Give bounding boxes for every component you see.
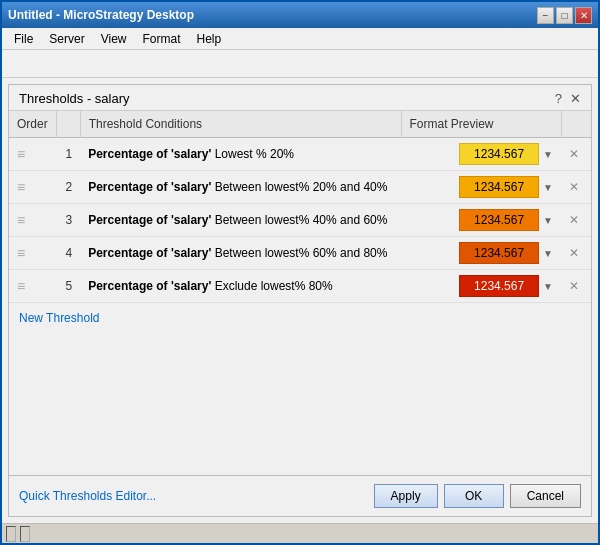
threshold-table-body: ≡1Percentage of 'salary' Lowest % 20%123… bbox=[9, 138, 591, 303]
menu-file[interactable]: File bbox=[6, 30, 41, 47]
row-drag-handle[interactable]: ≡ bbox=[9, 204, 56, 237]
table-header-row: Order Threshold Conditions Format Previe… bbox=[9, 111, 591, 138]
table-row[interactable]: ≡1Percentage of 'salary' Lowest % 20%123… bbox=[9, 138, 591, 171]
col-header-condition: Threshold Conditions bbox=[80, 111, 401, 138]
format-preview-box[interactable]: 1234.567 bbox=[459, 275, 539, 297]
window-close-button[interactable]: ✕ bbox=[575, 7, 592, 24]
main-content: Thresholds - salary ? ✕ Order Threshold … bbox=[2, 78, 598, 523]
format-preview-box[interactable]: 1234.567 bbox=[459, 176, 539, 198]
row-number: 1 bbox=[56, 138, 80, 171]
delete-icon[interactable]: ✕ bbox=[569, 246, 579, 260]
row-delete-cell: ✕ bbox=[561, 270, 591, 303]
menu-help[interactable]: Help bbox=[189, 30, 230, 47]
status-segment-1 bbox=[6, 526, 16, 542]
row-format-cell: 1234.567▼ bbox=[401, 204, 561, 237]
row-condition: Percentage of 'salary' Lowest % 20% bbox=[80, 138, 401, 171]
row-format-cell: 1234.567▼ bbox=[401, 237, 561, 270]
row-drag-handle[interactable]: ≡ bbox=[9, 237, 56, 270]
cancel-button[interactable]: Cancel bbox=[510, 484, 581, 508]
format-dropdown-arrow[interactable]: ▼ bbox=[543, 182, 553, 193]
row-format-cell: 1234.567▼ bbox=[401, 270, 561, 303]
col-header-num bbox=[56, 111, 80, 138]
table-row[interactable]: ≡4Percentage of 'salary' Between lowest%… bbox=[9, 237, 591, 270]
menu-view[interactable]: View bbox=[93, 30, 135, 47]
row-condition: Percentage of 'salary' Between lowest% 2… bbox=[80, 171, 401, 204]
bottom-bar: Quick Thresholds Editor... Apply OK Canc… bbox=[9, 475, 591, 516]
dialog-header: Thresholds - salary ? ✕ bbox=[9, 85, 591, 111]
row-drag-handle[interactable]: ≡ bbox=[9, 270, 56, 303]
row-number: 3 bbox=[56, 204, 80, 237]
apply-button[interactable]: Apply bbox=[374, 484, 438, 508]
row-delete-cell: ✕ bbox=[561, 237, 591, 270]
row-delete-cell: ✕ bbox=[561, 171, 591, 204]
row-condition: Percentage of 'salary' Exclude lowest% 8… bbox=[80, 270, 401, 303]
format-preview-box[interactable]: 1234.567 bbox=[459, 143, 539, 165]
delete-icon[interactable]: ✕ bbox=[569, 213, 579, 227]
maximize-button[interactable]: □ bbox=[556, 7, 573, 24]
drag-icon: ≡ bbox=[17, 146, 25, 162]
col-header-format: Format Preview bbox=[401, 111, 561, 138]
delete-icon[interactable]: ✕ bbox=[569, 147, 579, 161]
title-bar: Untitled - MicroStrategy Desktop − □ ✕ bbox=[2, 2, 598, 28]
drag-icon: ≡ bbox=[17, 245, 25, 261]
main-window: Untitled - MicroStrategy Desktop − □ ✕ F… bbox=[0, 0, 600, 545]
row-drag-handle[interactable]: ≡ bbox=[9, 138, 56, 171]
row-number: 4 bbox=[56, 237, 80, 270]
format-preview-box[interactable]: 1234.567 bbox=[459, 242, 539, 264]
row-condition: Percentage of 'salary' Between lowest% 4… bbox=[80, 204, 401, 237]
row-condition: Percentage of 'salary' Between lowest% 6… bbox=[80, 237, 401, 270]
col-header-order: Order bbox=[9, 111, 56, 138]
table-row[interactable]: ≡3Percentage of 'salary' Between lowest%… bbox=[9, 204, 591, 237]
format-dropdown-arrow[interactable]: ▼ bbox=[543, 215, 553, 226]
minimize-button[interactable]: − bbox=[537, 7, 554, 24]
menu-bar: File Server View Format Help bbox=[2, 28, 598, 50]
threshold-table: Order Threshold Conditions Format Previe… bbox=[9, 111, 591, 303]
row-format-cell: 1234.567▼ bbox=[401, 138, 561, 171]
dialog-content: Order Threshold Conditions Format Previe… bbox=[9, 111, 591, 475]
format-dropdown-arrow[interactable]: ▼ bbox=[543, 281, 553, 292]
col-header-actions bbox=[561, 111, 591, 138]
action-buttons: Apply OK Cancel bbox=[374, 484, 581, 508]
row-drag-handle[interactable]: ≡ bbox=[9, 171, 56, 204]
row-format-cell: 1234.567▼ bbox=[401, 171, 561, 204]
toolbar bbox=[2, 50, 598, 78]
table-row[interactable]: ≡5Percentage of 'salary' Exclude lowest%… bbox=[9, 270, 591, 303]
dialog-help-icon[interactable]: ? bbox=[555, 91, 562, 106]
menu-server[interactable]: Server bbox=[41, 30, 92, 47]
quick-thresholds-link[interactable]: Quick Thresholds Editor... bbox=[19, 489, 156, 503]
format-dropdown-arrow[interactable]: ▼ bbox=[543, 248, 553, 259]
drag-icon: ≡ bbox=[17, 278, 25, 294]
format-preview-box[interactable]: 1234.567 bbox=[459, 209, 539, 231]
row-number: 5 bbox=[56, 270, 80, 303]
menu-format[interactable]: Format bbox=[134, 30, 188, 47]
dialog-header-icons: ? ✕ bbox=[555, 91, 581, 106]
row-number: 2 bbox=[56, 171, 80, 204]
new-threshold-link[interactable]: New Threshold bbox=[9, 303, 591, 333]
status-segment-2 bbox=[20, 526, 30, 542]
dialog-panel: Thresholds - salary ? ✕ Order Threshold … bbox=[8, 84, 592, 517]
drag-icon: ≡ bbox=[17, 179, 25, 195]
delete-icon[interactable]: ✕ bbox=[569, 180, 579, 194]
dialog-close-icon[interactable]: ✕ bbox=[570, 91, 581, 106]
dialog-title: Thresholds - salary bbox=[19, 91, 130, 106]
drag-icon: ≡ bbox=[17, 212, 25, 228]
table-row[interactable]: ≡2Percentage of 'salary' Between lowest%… bbox=[9, 171, 591, 204]
delete-icon[interactable]: ✕ bbox=[569, 279, 579, 293]
window-title: Untitled - MicroStrategy Desktop bbox=[8, 8, 194, 22]
title-bar-buttons: − □ ✕ bbox=[537, 7, 592, 24]
format-dropdown-arrow[interactable]: ▼ bbox=[543, 149, 553, 160]
ok-button[interactable]: OK bbox=[444, 484, 504, 508]
row-delete-cell: ✕ bbox=[561, 138, 591, 171]
status-bar bbox=[2, 523, 598, 543]
row-delete-cell: ✕ bbox=[561, 204, 591, 237]
